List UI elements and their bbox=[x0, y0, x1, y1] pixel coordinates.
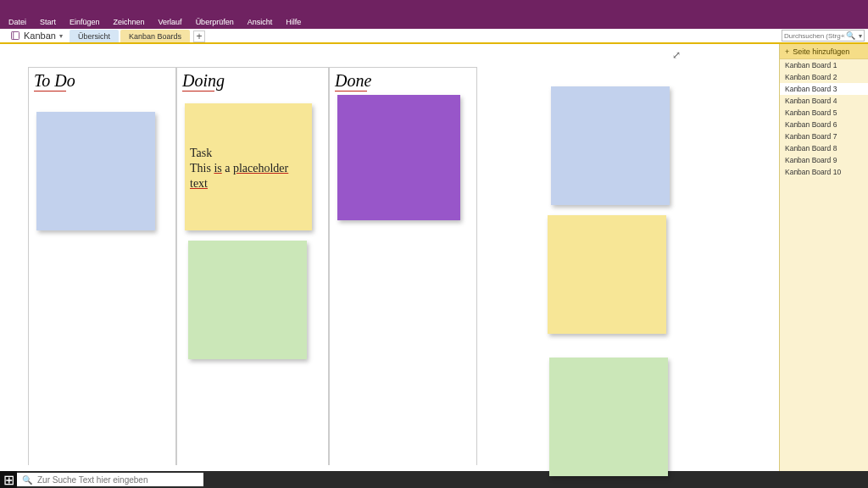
column-header-doing: Doing bbox=[177, 68, 328, 94]
notebook-selector[interactable]: Kanban ▾ bbox=[3, 29, 70, 42]
sticky-note-float-yellow[interactable] bbox=[548, 215, 666, 334]
sticky-note-todo-1[interactable] bbox=[36, 112, 155, 230]
notebook-name: Kanban bbox=[24, 30, 56, 41]
page-item[interactable]: Kanban Board 5 bbox=[780, 107, 868, 119]
page-item[interactable]: Kanban Board 10 bbox=[780, 166, 868, 178]
page-list: Kanban Board 1Kanban Board 2Kanban Board… bbox=[780, 59, 868, 471]
menu-start[interactable]: Start bbox=[40, 18, 56, 26]
start-button[interactable]: ⊞ bbox=[0, 471, 17, 488]
taskbar-search[interactable]: 🔍 bbox=[17, 473, 203, 486]
search-input[interactable] bbox=[782, 32, 845, 40]
add-page-label: Seite hinzufügen bbox=[793, 47, 849, 56]
menu-zeichnen[interactable]: Zeichnen bbox=[114, 18, 145, 26]
search-chevron-icon[interactable]: ▾ bbox=[857, 32, 864, 40]
add-page-button[interactable]: + Seite hinzufügen bbox=[780, 44, 868, 59]
windows-icon: ⊞ bbox=[3, 472, 14, 488]
taskbar-search-icon: 🔍 bbox=[22, 475, 32, 485]
menu-hilfe[interactable]: Hilfe bbox=[286, 18, 301, 26]
task-line2: This is a placeholder text bbox=[190, 161, 307, 191]
task-line2-pre: This bbox=[190, 162, 214, 175]
add-section-button[interactable]: + bbox=[193, 30, 205, 42]
column-header-done: Done bbox=[330, 68, 476, 94]
page-item[interactable]: Kanban Board 8 bbox=[780, 142, 868, 154]
windows-taskbar: ⊞ 🔍 bbox=[0, 471, 868, 488]
chevron-down-icon: ▾ bbox=[59, 32, 63, 40]
title-bar bbox=[0, 0, 868, 14]
menu-verlauf[interactable]: Verlauf bbox=[159, 18, 182, 26]
menu-einfuegen[interactable]: Einfügen bbox=[70, 18, 100, 26]
task-line1: Task bbox=[190, 146, 307, 161]
task-line2-u1: is bbox=[214, 162, 221, 175]
notebook-icon bbox=[10, 30, 20, 41]
ribbon-menu: Datei Start Einfügen Zeichnen Verlauf Üb… bbox=[0, 14, 868, 29]
page-item[interactable]: Kanban Board 2 bbox=[780, 71, 868, 83]
column-header-todo: To Do bbox=[29, 68, 175, 94]
sticky-note-float-green[interactable] bbox=[549, 358, 668, 476]
fullscreen-icon[interactable]: ⤢ bbox=[670, 49, 682, 61]
svg-rect-0 bbox=[12, 32, 19, 40]
page-item[interactable]: Kanban Board 4 bbox=[780, 95, 868, 107]
page-list-panel: + Seite hinzufügen Kanban Board 1Kanban … bbox=[779, 44, 868, 471]
menu-datei[interactable]: Datei bbox=[8, 18, 26, 26]
tab-kanban-boards[interactable]: Kanban Boards bbox=[120, 30, 190, 42]
page-item[interactable]: Kanban Board 3 bbox=[780, 83, 868, 95]
plus-icon: + bbox=[785, 47, 789, 56]
sticky-note-doing-2[interactable] bbox=[188, 241, 307, 359]
task-line2-mid: a bbox=[222, 162, 233, 175]
main-area: ⤢ To Do Doing Done Task This is a placeh… bbox=[0, 44, 868, 471]
sticky-note-text: Task This is a placeholder text bbox=[185, 103, 312, 192]
search-box[interactable]: 🔍 ▾ bbox=[782, 30, 865, 42]
page-item[interactable]: Kanban Board 6 bbox=[780, 119, 868, 130]
menu-ansicht[interactable]: Ansicht bbox=[248, 18, 273, 26]
task-line2-u3: text bbox=[190, 177, 208, 190]
search-icon[interactable]: 🔍 bbox=[846, 31, 857, 40]
page-item[interactable]: Kanban Board 7 bbox=[780, 130, 868, 142]
tab-uebersicht[interactable]: Übersicht bbox=[70, 30, 119, 42]
taskbar-search-input[interactable] bbox=[37, 475, 190, 485]
sticky-note-done-1[interactable] bbox=[337, 95, 460, 220]
menu-ueberpruefen[interactable]: Überprüfen bbox=[196, 18, 234, 26]
task-line2-u2: placeholder bbox=[233, 162, 288, 175]
page-canvas[interactable]: ⤢ To Do Doing Done Task This is a placeh… bbox=[0, 44, 779, 471]
sticky-note-doing-1[interactable]: Task This is a placeholder text bbox=[185, 103, 312, 230]
sticky-note-float-blue[interactable] bbox=[551, 86, 670, 205]
page-item[interactable]: Kanban Board 1 bbox=[780, 59, 868, 71]
section-tab-row: Kanban ▾ Übersicht Kanban Boards + 🔍 ▾ bbox=[0, 29, 868, 44]
page-item[interactable]: Kanban Board 9 bbox=[780, 154, 868, 166]
